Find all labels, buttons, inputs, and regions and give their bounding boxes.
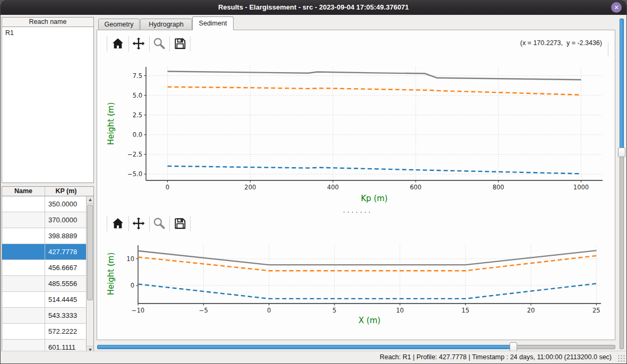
profile-row[interactable]: 572.2222 bbox=[2, 324, 87, 340]
profile-name-cell bbox=[2, 212, 45, 228]
plot-toolbar-bottom bbox=[97, 215, 616, 233]
status-text: Reach: R1 | Profile: 427.7778 | Timestam… bbox=[380, 353, 612, 361]
tab-geometry[interactable]: Geometry bbox=[98, 19, 140, 30]
titlebar[interactable]: Results - Elargissement - src - 2023-09-… bbox=[1, 0, 626, 15]
scroll-up-icon bbox=[89, 198, 92, 201]
cross-section-chart[interactable]: −10−50510152025100 bbox=[97, 238, 611, 339]
svg-text:−2.5: −2.5 bbox=[127, 151, 142, 158]
profile-row[interactable]: 398.8889 bbox=[2, 228, 87, 244]
svg-text:20: 20 bbox=[527, 307, 535, 314]
profile-kp-cell: 543.3333 bbox=[45, 308, 87, 323]
home-icon bbox=[111, 216, 125, 230]
profile-name-cell bbox=[2, 196, 45, 212]
profile-row[interactable]: 370.0000 bbox=[2, 212, 87, 228]
profile-kp-cell: 514.4445 bbox=[45, 292, 87, 307]
profile-row[interactable]: 485.5556 bbox=[2, 276, 87, 292]
profile-name-cell bbox=[2, 292, 45, 307]
column-header-kp: KP (m) bbox=[45, 187, 87, 196]
profile-row[interactable]: 456.6667 bbox=[2, 260, 87, 276]
close-button[interactable]: ✕ bbox=[611, 2, 622, 13]
save-button[interactable] bbox=[172, 215, 188, 231]
zoom-icon bbox=[152, 216, 166, 230]
resize-grip[interactable] bbox=[617, 354, 625, 362]
table-scrollbar[interactable] bbox=[86, 196, 93, 353]
x-axis-label: Kp (m) bbox=[361, 194, 388, 203]
close-icon: ✕ bbox=[614, 4, 619, 11]
zoom-button[interactable] bbox=[151, 36, 167, 51]
svg-text:25: 25 bbox=[592, 307, 600, 314]
svg-text:15: 15 bbox=[461, 307, 469, 314]
home-button[interactable] bbox=[110, 36, 126, 51]
svg-text:400: 400 bbox=[327, 184, 339, 191]
pan-button[interactable] bbox=[131, 215, 147, 231]
svg-text:−5: −5 bbox=[199, 307, 208, 314]
profile-slider-fill bbox=[620, 19, 624, 152]
profile-kp-cell: 370.0000 bbox=[45, 212, 87, 228]
svg-text:200: 200 bbox=[244, 184, 256, 191]
profile-row[interactable]: 543.3333 bbox=[2, 308, 87, 324]
cursor-coordinates-readout: (x = 170.2273, y = -2.3436) bbox=[520, 39, 602, 47]
series-blue-dashed-profile bbox=[138, 283, 596, 299]
save-icon bbox=[173, 37, 187, 50]
toolbar-separator bbox=[149, 216, 150, 231]
time-slider[interactable] bbox=[97, 343, 615, 351]
reach-list-item[interactable]: R1 bbox=[2, 27, 93, 39]
statusbar: Reach: R1 | Profile: 427.7778 | Timestam… bbox=[1, 351, 626, 363]
profile-row[interactable]: 514.4445 bbox=[2, 292, 87, 308]
profile-name-cell bbox=[2, 260, 45, 275]
svg-text:0: 0 bbox=[131, 282, 134, 289]
y-axis-label: Height (m) bbox=[106, 102, 116, 145]
reach-name-header-label: Reach name bbox=[29, 18, 67, 25]
sediment-tab-panel: (x = 170.2273, y = -2.3436) 020040060080… bbox=[97, 30, 615, 340]
tab-hydrograph[interactable]: Hydrograph bbox=[140, 19, 192, 30]
column-header-name: Name bbox=[2, 187, 45, 196]
profile-kp-cell: 350.0000 bbox=[45, 196, 87, 212]
profile-kp-cell: 456.6667 bbox=[45, 260, 87, 275]
profile-row[interactable]: 350.0000 bbox=[2, 196, 87, 212]
home-button[interactable] bbox=[110, 215, 126, 231]
pan-icon bbox=[132, 216, 145, 230]
toolbar-separator bbox=[128, 216, 129, 231]
save-button[interactable] bbox=[172, 36, 188, 51]
tab-sediment[interactable]: Sediment bbox=[192, 16, 234, 30]
time-slider-fill bbox=[97, 345, 513, 349]
profile-table: Name KP (m) 350.0000370.0000398.8889427.… bbox=[2, 186, 94, 353]
profile-name-cell bbox=[2, 276, 45, 291]
toolbar-separator bbox=[190, 36, 191, 51]
toolbar-separator bbox=[190, 216, 191, 231]
zoom-button[interactable] bbox=[151, 215, 167, 231]
plot-toolbar-top: (x = 170.2273, y = -2.3436) bbox=[97, 36, 616, 54]
svg-text:−10: −10 bbox=[132, 307, 144, 314]
svg-text:600: 600 bbox=[410, 184, 422, 191]
profile-kp-cell: 572.2222 bbox=[45, 324, 87, 339]
profile-kp-cell: 485.5556 bbox=[45, 276, 87, 291]
profile-kp-cell: 427.7778 bbox=[45, 244, 87, 259]
kp-profile-chart-area: 020040060080010007.55.02.50.0−2.5−5.0 Kp… bbox=[97, 57, 611, 216]
svg-text:5: 5 bbox=[332, 307, 336, 314]
table-scrollbar-thumb[interactable] bbox=[87, 205, 93, 300]
svg-text:10: 10 bbox=[126, 255, 134, 263]
profile-row[interactable]: 427.7778 bbox=[2, 244, 87, 260]
app-window: Results - Elargissement - src - 2023-09-… bbox=[0, 0, 627, 364]
svg-text:800: 800 bbox=[493, 184, 504, 191]
profile-slider-handle[interactable] bbox=[618, 148, 625, 157]
series-gray-solid-top-level bbox=[168, 72, 581, 80]
splitter-handle[interactable] bbox=[97, 210, 616, 214]
profile-slider[interactable] bbox=[619, 19, 625, 349]
svg-text:2.5: 2.5 bbox=[133, 111, 142, 119]
x-axis-label: X (m) bbox=[358, 316, 380, 325]
scroll-up-button[interactable] bbox=[87, 196, 93, 204]
profile-table-header: Name KP (m) bbox=[2, 187, 93, 196]
cross-section-chart-area: −10−50510152025100 X (m) Height (m) bbox=[97, 238, 611, 339]
pan-button[interactable] bbox=[131, 36, 147, 51]
profile-kp-cell: 398.8889 bbox=[45, 228, 87, 244]
zoom-icon bbox=[152, 37, 166, 50]
profile-name-cell bbox=[2, 228, 45, 244]
toolbar-separator bbox=[149, 36, 150, 51]
reach-list[interactable]: R1 bbox=[2, 27, 94, 183]
kp-profile-chart[interactable]: 020040060080010007.55.02.50.0−2.5−5.0 bbox=[97, 57, 611, 216]
svg-text:5.0: 5.0 bbox=[133, 92, 142, 99]
y-axis-label: Height (m) bbox=[106, 253, 116, 296]
toolbar-separator bbox=[107, 36, 107, 51]
svg-text:0.0: 0.0 bbox=[133, 131, 142, 138]
